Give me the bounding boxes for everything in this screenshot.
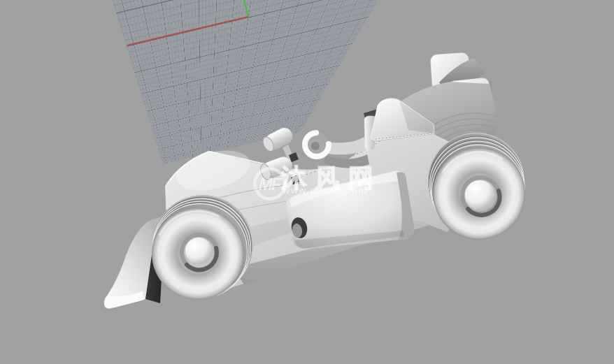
y-axis-line [244,0,248,17]
grid-axes [127,0,248,45]
race-car-model[interactable] [104,52,551,308]
cad-viewport[interactable]: MF 沐风网 www.mfcad.com [0,0,614,364]
rear-hub-sphere[interactable] [465,180,494,210]
front-hub-sphere[interactable] [185,238,212,264]
model-scene [0,0,614,364]
x-axis-line [127,17,248,45]
roll-curl-hole [311,142,320,150]
